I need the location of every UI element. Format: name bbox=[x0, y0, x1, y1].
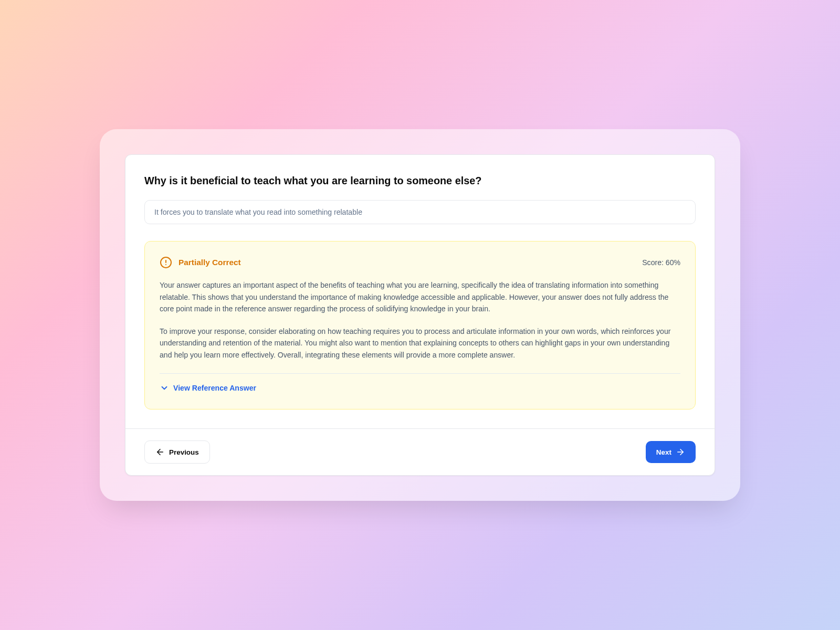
feedback-header: Partially Correct Score: 60% bbox=[160, 256, 680, 269]
next-button[interactable]: Next bbox=[646, 441, 696, 463]
score-text: Score: 60% bbox=[642, 258, 680, 267]
chevron-down-icon bbox=[160, 383, 169, 393]
quiz-container: Why is it beneficial to teach what you a… bbox=[100, 129, 740, 501]
feedback-paragraph: To improve your response, consider elabo… bbox=[160, 326, 680, 361]
alert-circle-icon bbox=[160, 256, 172, 269]
previous-button-label: Previous bbox=[169, 448, 199, 456]
feedback-box: Partially Correct Score: 60% Your answer… bbox=[144, 241, 696, 410]
divider bbox=[160, 373, 680, 374]
reference-link-label: View Reference Answer bbox=[173, 384, 256, 392]
view-reference-button[interactable]: View Reference Answer bbox=[160, 383, 256, 393]
feedback-status-title: Partially Correct bbox=[178, 258, 241, 267]
feedback-header-left: Partially Correct bbox=[160, 256, 241, 269]
card-footer: Previous Next bbox=[125, 428, 715, 475]
arrow-left-icon bbox=[155, 447, 165, 457]
next-button-label: Next bbox=[656, 448, 671, 456]
quiz-content: Why is it beneficial to teach what you a… bbox=[125, 155, 715, 429]
question-title: Why is it beneficial to teach what you a… bbox=[144, 174, 696, 188]
previous-button[interactable]: Previous bbox=[144, 440, 210, 464]
answer-input[interactable] bbox=[144, 200, 696, 224]
arrow-right-icon bbox=[676, 447, 685, 457]
feedback-paragraph: Your answer captures an important aspect… bbox=[160, 279, 680, 315]
quiz-card: Why is it beneficial to teach what you a… bbox=[125, 154, 715, 476]
